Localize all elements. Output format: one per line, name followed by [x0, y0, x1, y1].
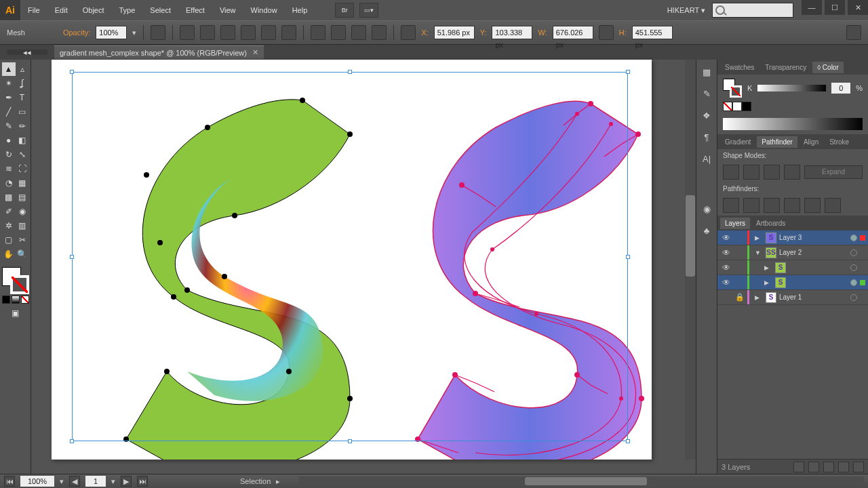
- minus-back-button[interactable]: [825, 198, 841, 213]
- tab-transparency[interactable]: Transparency: [760, 62, 811, 73]
- width-tool[interactable]: ≋: [2, 162, 16, 176]
- expand-button[interactable]: Expand: [804, 165, 863, 179]
- layer-row[interactable]: 👁▶S: [717, 275, 868, 290]
- horizontal-scrollbar[interactable]: [299, 476, 864, 486]
- hand-tool[interactable]: ✋: [2, 247, 16, 261]
- exclude-button[interactable]: [784, 165, 800, 180]
- perspective-tool[interactable]: ▦: [16, 176, 29, 190]
- rectangle-tool[interactable]: ▭: [16, 105, 29, 119]
- mesh-tool[interactable]: ▩: [2, 190, 16, 204]
- layer-row[interactable]: 👁▼SSLayer 2: [717, 245, 868, 260]
- zoom-tool[interactable]: 🔍: [16, 247, 29, 261]
- distribute-h-button[interactable]: [311, 25, 326, 40]
- visibility-toggle[interactable]: 👁: [720, 263, 732, 272]
- layer-name-label[interactable]: Layer 1: [779, 293, 848, 301]
- graph-tool[interactable]: ▥: [16, 219, 29, 232]
- layer-row[interactable]: 👁▶SLayer 3: [717, 230, 868, 245]
- unite-button[interactable]: [723, 165, 739, 180]
- divide-button[interactable]: [723, 198, 739, 213]
- make-clipping-mask-button[interactable]: [808, 462, 819, 472]
- control-menu-button[interactable]: [846, 25, 861, 40]
- eyedropper-tool[interactable]: ✐: [2, 205, 16, 218]
- disclosure-triangle[interactable]: ▶: [764, 264, 772, 271]
- disclosure-triangle[interactable]: ▶: [764, 279, 772, 286]
- screen-mode-button[interactable]: ▣: [9, 306, 22, 320]
- menu-window[interactable]: Window: [243, 0, 285, 20]
- scale-tool[interactable]: ⤡: [16, 148, 29, 161]
- document-tab[interactable]: gradient mesh_complex shape* @ 100% (RGB…: [54, 45, 264, 59]
- symbol-sprayer-tool[interactable]: ✲: [2, 219, 16, 232]
- canvas[interactable]: [31, 60, 696, 474]
- gradient-tool[interactable]: ▤: [16, 190, 29, 204]
- align-top-button[interactable]: [241, 25, 256, 40]
- fill-stroke-swatch[interactable]: [2, 267, 29, 294]
- account-name[interactable]: HIKEART ▾: [660, 6, 712, 15]
- vertical-scrollbar[interactable]: [685, 60, 696, 460]
- document-tab-close-button[interactable]: ✕: [252, 48, 258, 57]
- magic-wand-tool[interactable]: ✴: [2, 77, 16, 90]
- selection-tool[interactable]: ▲: [2, 62, 16, 76]
- menu-select[interactable]: Select: [142, 0, 178, 20]
- tab-gradient[interactable]: Gradient: [720, 136, 755, 148]
- menu-help[interactable]: Help: [285, 0, 315, 20]
- h-input[interactable]: 451.555 px: [632, 26, 673, 39]
- align-right-button[interactable]: [220, 25, 235, 40]
- blend-tool[interactable]: ◉: [16, 205, 29, 218]
- layer-name-label[interactable]: Layer 3: [779, 234, 848, 241]
- menu-file[interactable]: File: [20, 0, 47, 20]
- distribute-spacing-h-button[interactable]: [351, 25, 366, 40]
- opacity-input[interactable]: 100%: [96, 26, 127, 39]
- visibility-toggle[interactable]: 👁: [720, 248, 732, 258]
- new-sublayer-button[interactable]: [823, 462, 834, 472]
- window-minimize-button[interactable]: —: [802, 0, 822, 15]
- menu-edit[interactable]: Edit: [47, 0, 75, 20]
- link-wh-button[interactable]: [599, 25, 614, 40]
- delete-layer-button[interactable]: [853, 462, 864, 472]
- tab-color[interactable]: ◊ Color: [812, 62, 844, 73]
- lasso-tool[interactable]: ʆ: [16, 77, 29, 90]
- tab-layers[interactable]: Layers: [720, 218, 750, 229]
- k-value-input[interactable]: 0: [831, 83, 850, 94]
- align-left-button[interactable]: [180, 25, 195, 40]
- locate-object-button[interactable]: [793, 462, 804, 472]
- align-hcenter-button[interactable]: [200, 25, 215, 40]
- first-artboard-button[interactable]: ⏮: [4, 476, 15, 487]
- disclosure-triangle[interactable]: ▼: [755, 249, 763, 256]
- panel-fill-stroke[interactable]: [723, 79, 742, 98]
- help-search[interactable]: [712, 3, 793, 18]
- distribute-spacing-v-button[interactable]: [372, 25, 387, 40]
- black-swatch[interactable]: [742, 102, 751, 111]
- merge-button[interactable]: [764, 198, 780, 213]
- pen-tool[interactable]: ✒: [2, 91, 16, 104]
- last-artboard-button[interactable]: ⏭: [137, 476, 148, 487]
- recolor-artwork-button[interactable]: [151, 25, 165, 40]
- panel-icon-graphic-styles[interactable]: ♣: [700, 224, 713, 237]
- bridge-button[interactable]: Br: [335, 3, 354, 18]
- next-artboard-button[interactable]: ▶: [121, 476, 132, 487]
- target-button[interactable]: [850, 294, 857, 301]
- x-input[interactable]: 51.986 px: [434, 26, 475, 39]
- paintbrush-tool[interactable]: ✎: [2, 119, 16, 133]
- visibility-toggle[interactable]: 👁: [720, 278, 732, 287]
- artboard[interactable]: [52, 60, 652, 460]
- eraser-tool[interactable]: ◧: [16, 134, 29, 147]
- layer-row[interactable]: 🔒▶SLayer 1: [717, 290, 868, 305]
- panel-icon-symbols[interactable]: ❖: [700, 108, 713, 122]
- slice-tool[interactable]: ✂: [16, 233, 29, 247]
- artboard-number-input[interactable]: 1: [85, 476, 106, 487]
- panel-icon-character[interactable]: A|: [700, 152, 713, 165]
- lock-toggle[interactable]: 🔒: [735, 293, 745, 302]
- color-mode-button[interactable]: [2, 296, 10, 304]
- target-button[interactable]: [850, 249, 857, 256]
- k-slider[interactable]: [757, 85, 826, 92]
- crop-button[interactable]: [784, 198, 800, 213]
- target-button[interactable]: [850, 235, 857, 241]
- rotate-tool[interactable]: ↻: [2, 148, 16, 161]
- window-close-button[interactable]: ✕: [848, 0, 868, 15]
- tab-swatches[interactable]: Swatches: [720, 62, 759, 73]
- layer-row[interactable]: 👁▶S: [717, 260, 868, 275]
- distribute-v-button[interactable]: [331, 25, 346, 40]
- align-vcenter-button[interactable]: [261, 25, 276, 40]
- tab-pathfinder[interactable]: Pathfinder: [757, 136, 797, 148]
- direct-selection-tool[interactable]: ▵: [16, 62, 29, 76]
